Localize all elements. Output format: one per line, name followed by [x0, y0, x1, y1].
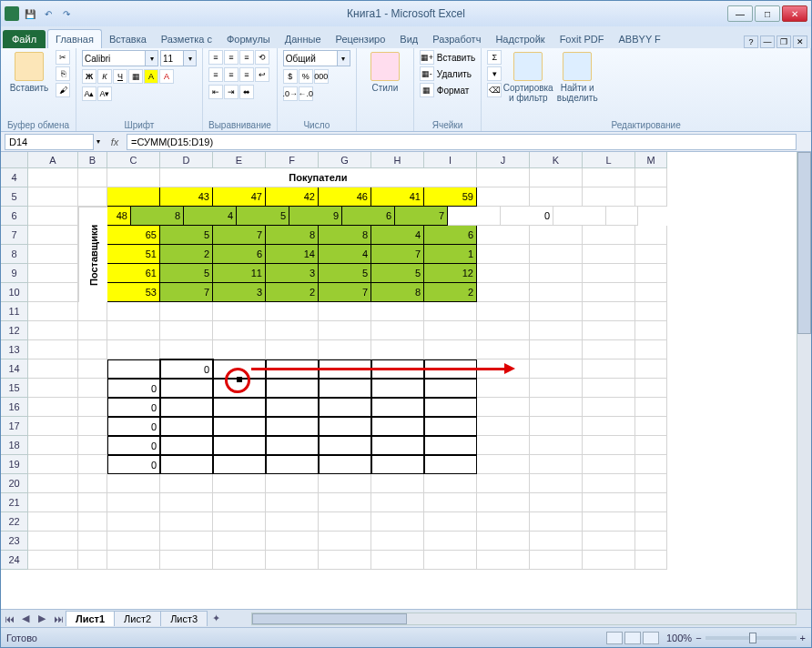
- cell[interactable]: [477, 168, 530, 187]
- vertical-scrollbar[interactable]: [797, 152, 811, 609]
- sheet-nav-first-icon[interactable]: ⏮: [1, 613, 17, 624]
- cell[interactable]: [583, 417, 635, 436]
- cell[interactable]: [583, 340, 635, 359]
- scroll-thumb[interactable]: [797, 152, 811, 334]
- cell[interactable]: [583, 532, 635, 551]
- cell[interactable]: [424, 379, 477, 398]
- select-all-corner[interactable]: [1, 152, 28, 168]
- cell[interactable]: 41: [371, 187, 424, 207]
- cell[interactable]: [530, 245, 583, 264]
- cell[interactable]: [160, 417, 213, 436]
- cell[interactable]: [160, 455, 213, 474]
- italic-icon[interactable]: К: [97, 69, 112, 84]
- cell[interactable]: [635, 340, 667, 359]
- tab-data[interactable]: Данные: [278, 30, 329, 48]
- cell[interactable]: [424, 417, 477, 436]
- cell[interactable]: 42: [266, 187, 319, 207]
- row-header[interactable]: 16: [1, 398, 28, 417]
- orientation-icon[interactable]: ⟲: [255, 50, 269, 65]
- cell[interactable]: 7: [319, 283, 371, 302]
- cell[interactable]: [107, 474, 160, 493]
- cell[interactable]: [319, 340, 371, 359]
- cell[interactable]: [319, 512, 371, 532]
- cell[interactable]: 3: [213, 283, 266, 302]
- cell[interactable]: 11: [213, 264, 266, 283]
- cell[interactable]: 0: [107, 398, 160, 417]
- cell[interactable]: [424, 474, 477, 493]
- cell[interactable]: [160, 493, 213, 512]
- cell[interactable]: [78, 398, 107, 417]
- zoom-in-icon[interactable]: +: [800, 633, 806, 643]
- cell[interactable]: [477, 187, 530, 207]
- cell[interactable]: [583, 551, 635, 570]
- cell[interactable]: 0: [107, 455, 160, 474]
- cell[interactable]: [28, 245, 78, 264]
- fill-icon[interactable]: ▾: [487, 66, 502, 81]
- align-top-icon[interactable]: ≡: [208, 50, 223, 65]
- cell[interactable]: [28, 532, 78, 551]
- cell[interactable]: [28, 207, 78, 226]
- cell[interactable]: [78, 359, 107, 379]
- cell[interactable]: 0: [501, 207, 553, 226]
- cell[interactable]: [266, 417, 319, 436]
- cell[interactable]: [266, 340, 319, 359]
- row-header[interactable]: 17: [1, 417, 28, 436]
- cell[interactable]: [107, 532, 160, 551]
- cell[interactable]: [213, 398, 266, 417]
- cell[interactable]: [635, 245, 667, 264]
- cell[interactable]: [78, 436, 107, 455]
- cell[interactable]: [28, 264, 78, 283]
- fx-icon[interactable]: fx: [107, 137, 123, 147]
- row-header[interactable]: 24: [1, 551, 28, 570]
- cell[interactable]: [635, 226, 667, 245]
- col-header[interactable]: A: [28, 152, 78, 168]
- cell[interactable]: [371, 302, 424, 321]
- cell[interactable]: [371, 512, 424, 532]
- row-header[interactable]: 21: [1, 493, 28, 512]
- col-header[interactable]: D: [160, 152, 213, 168]
- cell[interactable]: [78, 302, 107, 321]
- grow-font-icon[interactable]: A▴: [82, 86, 96, 101]
- tab-formulas[interactable]: Формулы: [219, 30, 278, 48]
- cell[interactable]: [371, 551, 424, 570]
- cell[interactable]: [78, 512, 107, 532]
- new-sheet-icon[interactable]: ✦: [208, 613, 224, 624]
- col-header[interactable]: G: [319, 152, 371, 168]
- cell[interactable]: [28, 187, 78, 207]
- cell[interactable]: [266, 321, 319, 340]
- cell[interactable]: [371, 474, 424, 493]
- cell[interactable]: [371, 455, 424, 474]
- tab-review[interactable]: Рецензиро: [329, 30, 393, 48]
- cell[interactable]: [28, 168, 78, 187]
- chevron-down-icon[interactable]: ▾: [338, 50, 350, 66]
- cell[interactable]: [319, 302, 371, 321]
- cell[interactable]: [28, 398, 78, 417]
- cell[interactable]: [266, 532, 319, 551]
- cell[interactable]: Поставщики: [78, 207, 107, 302]
- cell[interactable]: [160, 474, 213, 493]
- cell[interactable]: [266, 436, 319, 455]
- chevron-down-icon[interactable]: ▾: [184, 50, 197, 66]
- cell[interactable]: [371, 417, 424, 436]
- cell[interactable]: [583, 493, 635, 512]
- font-color-icon[interactable]: A: [159, 69, 174, 84]
- row-header[interactable]: 22: [1, 512, 28, 532]
- cell[interactable]: [530, 493, 583, 512]
- worksheet-grid[interactable]: ABCDEFGHIJKLM 45678910111213141516171819…: [1, 152, 811, 596]
- maximize-button[interactable]: □: [755, 5, 780, 22]
- cell[interactable]: [635, 187, 667, 207]
- cell[interactable]: [530, 187, 583, 207]
- cell[interactable]: [319, 436, 371, 455]
- cell[interactable]: [266, 551, 319, 570]
- align-bot-icon[interactable]: ≡: [239, 50, 254, 65]
- cell[interactable]: [160, 398, 213, 417]
- cell[interactable]: [78, 474, 107, 493]
- format-painter-icon[interactable]: 🖌: [56, 83, 70, 97]
- cell[interactable]: [530, 417, 583, 436]
- cell[interactable]: [477, 417, 530, 436]
- cell[interactable]: [530, 398, 583, 417]
- cell[interactable]: [28, 226, 78, 245]
- cell[interactable]: [530, 283, 583, 302]
- cell[interactable]: [530, 321, 583, 340]
- cell[interactable]: [477, 551, 530, 570]
